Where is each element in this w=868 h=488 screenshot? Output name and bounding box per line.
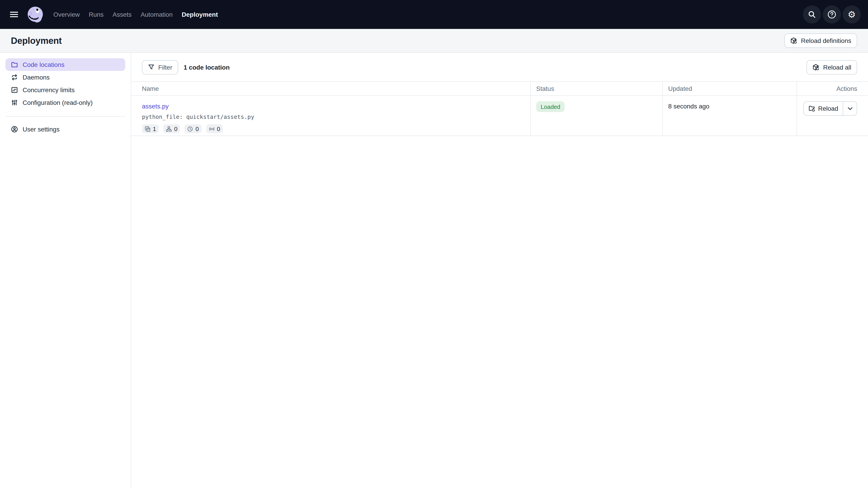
- column-header-actions: Actions: [797, 82, 868, 95]
- settings-icon[interactable]: ⚙: [843, 5, 861, 24]
- nav-link-assets[interactable]: Assets: [113, 11, 131, 18]
- deployment-sidebar: Code locations Daemons C: [0, 53, 131, 488]
- filter-label: Filter: [158, 64, 172, 71]
- dagster-logo-icon[interactable]: [27, 6, 44, 23]
- main-area: Code locations Daemons C: [0, 53, 868, 488]
- sensors-count: 0: [217, 125, 220, 132]
- tune-icon: [11, 99, 18, 106]
- sidebar-item-label: Concurrency limits: [23, 86, 74, 94]
- column-header-status: Status: [530, 82, 662, 95]
- updated-cell: 8 seconds ago: [662, 96, 797, 135]
- dagster-app: Overview Runs Assets Automation Deployme…: [0, 0, 868, 488]
- code-location-origin: python_file: quickstart/assets.py: [142, 113, 520, 120]
- reload-label: Reload: [818, 105, 838, 112]
- reload-definitions-button[interactable]: Reload definitions: [784, 33, 857, 48]
- page-header: Deployment Reload definitions: [0, 29, 868, 53]
- sidebar-item-label: Daemons: [23, 74, 50, 81]
- sidebar-item-concurrency-limits[interactable]: Concurrency limits: [5, 84, 125, 96]
- nav-link-overview[interactable]: Overview: [53, 11, 80, 18]
- empty-area: [131, 136, 868, 488]
- schedules-count: 0: [195, 125, 199, 132]
- cube-reload-icon: [790, 37, 797, 44]
- count-badges: 1 0: [142, 124, 520, 133]
- sidebar-item-user-settings[interactable]: User settings: [5, 123, 125, 135]
- reload-all-label: Reload all: [823, 64, 851, 71]
- sidebar-item-label: User settings: [23, 126, 59, 133]
- sidebar-item-label: Configuration (read-only): [23, 99, 93, 106]
- code-location-count: 1 code location: [184, 64, 230, 71]
- nav-links: Overview Runs Assets Automation Deployme…: [53, 11, 218, 18]
- top-nav-actions: ⚙: [803, 5, 861, 24]
- status-cell: Loaded: [530, 96, 662, 135]
- schedules-count-icon: [187, 126, 193, 132]
- sidebar-item-daemons[interactable]: Daemons: [5, 71, 125, 84]
- assets-count-icon: [145, 126, 151, 132]
- sidebar-item-code-locations[interactable]: Code locations: [5, 58, 125, 71]
- menu-icon[interactable]: [10, 8, 23, 21]
- column-header-name: Name: [131, 82, 530, 95]
- cube-reload-icon: [812, 64, 819, 71]
- reload-all-button[interactable]: Reload all: [806, 60, 857, 74]
- page-title: Deployment: [11, 35, 62, 46]
- folder-reload-icon: [808, 105, 815, 112]
- nav-link-runs[interactable]: Runs: [89, 11, 103, 18]
- reload-button[interactable]: Reload: [804, 102, 843, 115]
- folder-icon: [11, 61, 18, 68]
- sensors-count-badge: 0: [206, 124, 223, 133]
- assets-count-badge: 1: [142, 124, 159, 133]
- assets-count: 1: [153, 125, 156, 132]
- sensors-count-icon: [209, 126, 215, 132]
- name-cell: assets.py python_file: quickstart/assets…: [131, 96, 530, 135]
- actions-cell: Reload: [797, 96, 868, 135]
- repeat-icon: [11, 74, 18, 81]
- user-icon: [11, 126, 18, 133]
- filter-funnel-icon: [148, 64, 155, 70]
- top-nav: Overview Runs Assets Automation Deployme…: [0, 0, 868, 29]
- nav-link-deployment[interactable]: Deployment: [182, 11, 218, 18]
- filter-button[interactable]: Filter: [142, 60, 178, 74]
- code-location-link[interactable]: assets.py: [142, 103, 168, 110]
- column-header-updated: Updated: [662, 82, 797, 95]
- search-icon[interactable]: [803, 5, 821, 24]
- nav-link-automation[interactable]: Automation: [141, 11, 173, 18]
- sidebar-divider: [5, 116, 125, 117]
- toolbar: Filter 1 code location Reload all: [131, 53, 868, 81]
- schedules-count-badge: 0: [185, 124, 202, 133]
- code-location-row: assets.py python_file: quickstart/assets…: [131, 96, 868, 136]
- chevron-down-icon[interactable]: [843, 102, 857, 115]
- status-badge: Loaded: [536, 101, 565, 112]
- help-icon[interactable]: [823, 5, 841, 24]
- gear-glyph: ⚙: [848, 10, 856, 19]
- reload-split-button: Reload: [803, 101, 857, 116]
- jobs-count-badge: 0: [163, 124, 180, 133]
- sidebar-item-label: Code locations: [23, 61, 64, 68]
- code-locations-content: Filter 1 code location Reload all: [131, 53, 868, 488]
- jobs-count: 0: [174, 125, 177, 132]
- sidebar-item-configuration[interactable]: Configuration (read-only): [5, 96, 125, 109]
- reload-definitions-label: Reload definitions: [801, 37, 851, 44]
- jobs-count-icon: [166, 126, 172, 132]
- document-lines-icon: [11, 86, 18, 94]
- table-header: Name Status Updated Actions: [131, 81, 868, 96]
